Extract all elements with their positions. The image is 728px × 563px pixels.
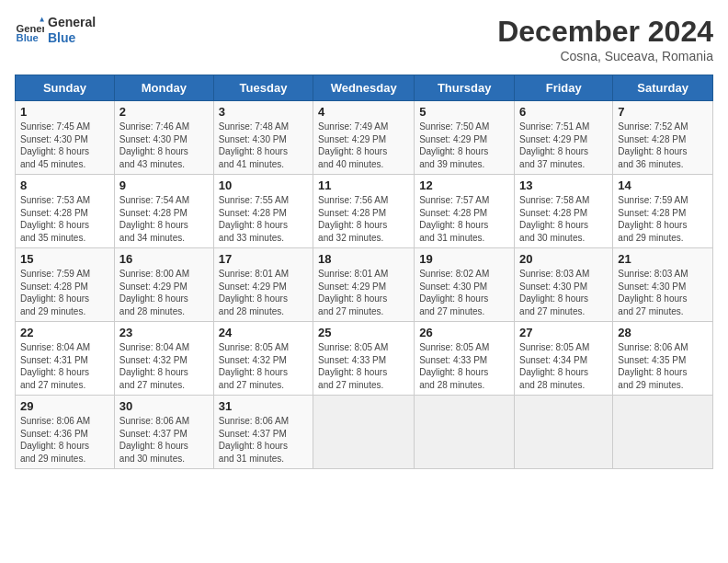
calendar-cell: 5Sunrise: 7:50 AM Sunset: 4:29 PM Daylig… bbox=[415, 101, 515, 175]
calendar-cell: 7Sunrise: 7:52 AM Sunset: 4:28 PM Daylig… bbox=[613, 101, 713, 175]
weekday-header-wednesday: Wednesday bbox=[313, 75, 415, 101]
day-number: 12 bbox=[419, 178, 509, 192]
page-header: General Blue General Blue December 2024 … bbox=[15, 15, 713, 63]
day-number: 11 bbox=[318, 178, 409, 192]
calendar-cell: 18Sunrise: 8:01 AM Sunset: 4:29 PM Dayli… bbox=[313, 248, 415, 322]
day-info: Sunrise: 8:03 AM Sunset: 4:30 PM Dayligh… bbox=[519, 268, 608, 317]
calendar-cell: 28Sunrise: 8:06 AM Sunset: 4:35 PM Dayli… bbox=[613, 322, 713, 396]
calendar-week-1: 1Sunrise: 7:45 AM Sunset: 4:30 PM Daylig… bbox=[16, 101, 713, 175]
day-number: 10 bbox=[219, 178, 308, 192]
day-number: 3 bbox=[219, 105, 308, 119]
svg-text:Blue: Blue bbox=[17, 32, 39, 43]
day-info: Sunrise: 7:46 AM Sunset: 4:30 PM Dayligh… bbox=[119, 121, 209, 170]
calendar-cell: 4Sunrise: 7:49 AM Sunset: 4:29 PM Daylig… bbox=[313, 101, 415, 175]
day-info: Sunrise: 7:49 AM Sunset: 4:29 PM Dayligh… bbox=[318, 121, 409, 170]
day-info: Sunrise: 7:57 AM Sunset: 4:28 PM Dayligh… bbox=[419, 194, 509, 244]
day-info: Sunrise: 8:05 AM Sunset: 4:33 PM Dayligh… bbox=[419, 341, 509, 391]
day-info: Sunrise: 8:05 AM Sunset: 4:34 PM Dayligh… bbox=[519, 341, 608, 391]
day-number: 17 bbox=[219, 252, 308, 266]
day-info: Sunrise: 7:59 AM Sunset: 4:28 PM Dayligh… bbox=[20, 268, 109, 317]
day-number: 14 bbox=[618, 178, 708, 192]
weekday-header-tuesday: Tuesday bbox=[213, 75, 313, 101]
calendar-cell bbox=[313, 396, 415, 469]
calendar-cell: 31Sunrise: 8:06 AM Sunset: 4:37 PM Dayli… bbox=[213, 396, 313, 469]
calendar-cell: 24Sunrise: 8:05 AM Sunset: 4:32 PM Dayli… bbox=[213, 322, 313, 396]
day-number: 23 bbox=[119, 326, 209, 339]
day-info: Sunrise: 7:56 AM Sunset: 4:28 PM Dayligh… bbox=[318, 194, 409, 244]
calendar-cell: 3Sunrise: 7:48 AM Sunset: 4:30 PM Daylig… bbox=[213, 101, 313, 175]
day-info: Sunrise: 8:03 AM Sunset: 4:30 PM Dayligh… bbox=[618, 268, 708, 317]
day-number: 29 bbox=[20, 399, 109, 413]
day-info: Sunrise: 7:58 AM Sunset: 4:28 PM Dayligh… bbox=[519, 194, 608, 244]
day-info: Sunrise: 7:45 AM Sunset: 4:30 PM Dayligh… bbox=[20, 121, 109, 170]
calendar-week-2: 8Sunrise: 7:53 AM Sunset: 4:28 PM Daylig… bbox=[16, 175, 713, 248]
calendar-cell: 1Sunrise: 7:45 AM Sunset: 4:30 PM Daylig… bbox=[16, 101, 115, 175]
day-number: 16 bbox=[119, 252, 209, 266]
day-number: 13 bbox=[519, 178, 608, 192]
day-info: Sunrise: 8:01 AM Sunset: 4:29 PM Dayligh… bbox=[318, 268, 409, 317]
day-info: Sunrise: 7:59 AM Sunset: 4:28 PM Dayligh… bbox=[618, 194, 708, 244]
day-number: 15 bbox=[20, 252, 109, 266]
day-info: Sunrise: 8:04 AM Sunset: 4:31 PM Dayligh… bbox=[20, 341, 109, 391]
calendar-cell: 20Sunrise: 8:03 AM Sunset: 4:30 PM Dayli… bbox=[515, 248, 613, 322]
calendar-cell bbox=[515, 396, 613, 469]
day-info: Sunrise: 8:02 AM Sunset: 4:30 PM Dayligh… bbox=[419, 268, 509, 317]
day-info: Sunrise: 8:06 AM Sunset: 4:37 PM Dayligh… bbox=[219, 415, 308, 465]
calendar-week-3: 15Sunrise: 7:59 AM Sunset: 4:28 PM Dayli… bbox=[16, 248, 713, 322]
calendar-cell: 13Sunrise: 7:58 AM Sunset: 4:28 PM Dayli… bbox=[515, 175, 613, 248]
logo: General Blue General Blue bbox=[15, 15, 96, 46]
day-number: 27 bbox=[519, 326, 608, 339]
day-number: 26 bbox=[419, 326, 509, 339]
calendar-cell: 2Sunrise: 7:46 AM Sunset: 4:30 PM Daylig… bbox=[114, 101, 213, 175]
calendar-cell: 30Sunrise: 8:06 AM Sunset: 4:37 PM Dayli… bbox=[114, 396, 213, 469]
calendar-week-4: 22Sunrise: 8:04 AM Sunset: 4:31 PM Dayli… bbox=[16, 322, 713, 396]
day-info: Sunrise: 7:50 AM Sunset: 4:29 PM Dayligh… bbox=[419, 121, 509, 170]
calendar-cell bbox=[613, 396, 713, 469]
day-number: 20 bbox=[519, 252, 608, 266]
day-number: 30 bbox=[119, 399, 209, 413]
day-number: 24 bbox=[219, 326, 308, 339]
day-number: 28 bbox=[618, 326, 708, 339]
day-info: Sunrise: 8:06 AM Sunset: 4:36 PM Dayligh… bbox=[20, 415, 109, 465]
day-info: Sunrise: 8:06 AM Sunset: 4:37 PM Dayligh… bbox=[119, 415, 209, 465]
day-number: 31 bbox=[219, 399, 308, 413]
calendar-cell: 27Sunrise: 8:05 AM Sunset: 4:34 PM Dayli… bbox=[515, 322, 613, 396]
calendar-cell: 25Sunrise: 8:05 AM Sunset: 4:33 PM Dayli… bbox=[313, 322, 415, 396]
calendar-cell: 11Sunrise: 7:56 AM Sunset: 4:28 PM Dayli… bbox=[313, 175, 415, 248]
logo-line1: General bbox=[48, 15, 96, 30]
day-number: 4 bbox=[318, 105, 409, 119]
weekday-header-monday: Monday bbox=[114, 75, 213, 101]
weekday-header-sunday: Sunday bbox=[16, 75, 115, 101]
calendar-cell: 23Sunrise: 8:04 AM Sunset: 4:32 PM Dayli… bbox=[114, 322, 213, 396]
logo-icon: General Blue bbox=[15, 16, 44, 45]
day-info: Sunrise: 7:54 AM Sunset: 4:28 PM Dayligh… bbox=[119, 194, 209, 244]
calendar-week-5: 29Sunrise: 8:06 AM Sunset: 4:36 PM Dayli… bbox=[16, 396, 713, 469]
day-info: Sunrise: 7:48 AM Sunset: 4:30 PM Dayligh… bbox=[219, 121, 308, 170]
day-number: 18 bbox=[318, 252, 409, 266]
calendar-cell: 6Sunrise: 7:51 AM Sunset: 4:29 PM Daylig… bbox=[515, 101, 613, 175]
day-number: 7 bbox=[618, 105, 708, 119]
day-info: Sunrise: 7:52 AM Sunset: 4:28 PM Dayligh… bbox=[618, 121, 708, 170]
calendar-cell: 12Sunrise: 7:57 AM Sunset: 4:28 PM Dayli… bbox=[415, 175, 515, 248]
day-info: Sunrise: 8:00 AM Sunset: 4:29 PM Dayligh… bbox=[119, 268, 209, 317]
day-info: Sunrise: 7:51 AM Sunset: 4:29 PM Dayligh… bbox=[519, 121, 608, 170]
day-info: Sunrise: 8:05 AM Sunset: 4:33 PM Dayligh… bbox=[318, 341, 409, 391]
calendar-table: SundayMondayTuesdayWednesdayThursdayFrid… bbox=[15, 75, 713, 469]
calendar-cell: 10Sunrise: 7:55 AM Sunset: 4:28 PM Dayli… bbox=[213, 175, 313, 248]
day-number: 6 bbox=[519, 105, 608, 119]
title-block: December 2024 Cosna, Suceava, Romania bbox=[497, 15, 713, 63]
calendar-cell: 8Sunrise: 7:53 AM Sunset: 4:28 PM Daylig… bbox=[16, 175, 115, 248]
day-number: 5 bbox=[419, 105, 509, 119]
day-number: 1 bbox=[20, 105, 109, 119]
location-subtitle: Cosna, Suceava, Romania bbox=[497, 49, 713, 63]
calendar-cell: 21Sunrise: 8:03 AM Sunset: 4:30 PM Dayli… bbox=[613, 248, 713, 322]
weekday-header-thursday: Thursday bbox=[415, 75, 515, 101]
calendar-cell: 14Sunrise: 7:59 AM Sunset: 4:28 PM Dayli… bbox=[613, 175, 713, 248]
day-info: Sunrise: 7:53 AM Sunset: 4:28 PM Dayligh… bbox=[20, 194, 109, 244]
weekday-header-friday: Friday bbox=[515, 75, 613, 101]
calendar-cell: 19Sunrise: 8:02 AM Sunset: 4:30 PM Dayli… bbox=[415, 248, 515, 322]
calendar-cell: 17Sunrise: 8:01 AM Sunset: 4:29 PM Dayli… bbox=[213, 248, 313, 322]
day-number: 9 bbox=[119, 178, 209, 192]
calendar-cell: 29Sunrise: 8:06 AM Sunset: 4:36 PM Dayli… bbox=[16, 396, 115, 469]
svg-marker-2 bbox=[40, 17, 44, 21]
